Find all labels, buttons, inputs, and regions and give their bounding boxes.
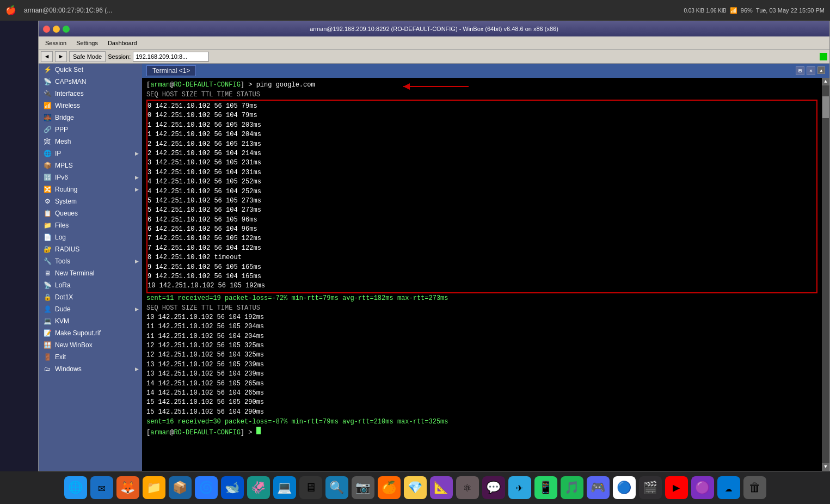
sidebar-label-mesh: Mesh bbox=[55, 138, 71, 145]
sidebar-item-dude[interactable]: 👤 Dude ▶ bbox=[39, 303, 142, 315]
sidebar-item-capsman[interactable]: 📡 CAPsMAN bbox=[39, 76, 142, 88]
dock-icon-camera[interactable]: 📷 bbox=[352, 476, 374, 499]
sidebar-label-system: System bbox=[55, 198, 77, 205]
terminal-scrollbar[interactable]: ▲ ▼ bbox=[822, 78, 829, 471]
sidebar-item-wireless[interactable]: 📶 Wireless bbox=[39, 100, 142, 112]
dock-icon-atom[interactable]: ⚛️ bbox=[456, 476, 479, 499]
dock-icon-chrome[interactable]: 🔵 bbox=[613, 476, 636, 499]
dock-icon-spotify[interactable]: 🎵 bbox=[561, 476, 583, 499]
dock-icon-vscode[interactable]: 💻 bbox=[273, 476, 296, 499]
sidebar-item-log[interactable]: 📄 Log bbox=[39, 231, 142, 243]
safe-mode-button[interactable]: Safe Mode bbox=[69, 51, 106, 62]
dock-icon-slack[interactable]: 💬 bbox=[482, 476, 505, 499]
winbox-toolbar: ◀ ▶ Safe Mode Session: bbox=[39, 50, 829, 64]
dock-icon-trash[interactable]: 🗑 bbox=[743, 476, 766, 499]
tools-arrow: ▶ bbox=[135, 259, 139, 264]
ping-row-8: 8 142.251.10.102 timeout bbox=[147, 253, 816, 262]
network-stats: 0.03 KiB 1.06 KiB bbox=[684, 8, 726, 14]
dock-icon-files[interactable]: 📁 bbox=[143, 476, 165, 499]
sidebar-item-bridge[interactable]: 🌉 Bridge bbox=[39, 112, 142, 124]
sidebar-label-makesupout: Make Supout.rif bbox=[55, 329, 101, 337]
ping-row-7a: 7 142.251.10.102 56 105 122ms bbox=[147, 234, 816, 243]
scroll-down-btn[interactable]: ▼ bbox=[822, 463, 829, 471]
sidebar-item-ppp[interactable]: 🔗 PPP bbox=[39, 124, 142, 136]
sidebar-item-ip[interactable]: 🌐 IP ▶ bbox=[39, 147, 142, 159]
sidebar-item-interfaces[interactable]: 🔌 Interfaces bbox=[39, 88, 142, 100]
scrollbar-thumb[interactable] bbox=[822, 96, 829, 118]
forward-button[interactable]: ▶ bbox=[55, 51, 67, 62]
sidebar-item-newwinbox[interactable]: 🪟 New WinBox bbox=[39, 339, 142, 351]
winbox-title: arman@192.168.209.10:8292 (RO-DEFAULT-CO… bbox=[310, 26, 558, 32]
dock-icon-browser2[interactable]: 🌀 bbox=[195, 476, 218, 499]
annotation-arrow bbox=[403, 80, 469, 93]
sidebar-item-system[interactable]: ⚙ System bbox=[39, 195, 142, 207]
content-area: Terminal <1> ⊞ ✕ ▲ [arman@RO-DEFAULT-CON… bbox=[142, 64, 829, 471]
sidebar-item-radius[interactable]: 🔐 RADIUS bbox=[39, 243, 142, 255]
dock-icon-discord[interactable]: 🎮 bbox=[587, 476, 610, 499]
dock-icon-wireshark[interactable]: 🔍 bbox=[325, 476, 348, 499]
cursor-block bbox=[256, 427, 261, 434]
dock-icon-azure[interactable]: ☁️ bbox=[717, 476, 740, 499]
col-header-1: SEQ HOST SIZE TTL TIME STATUS bbox=[146, 90, 817, 100]
back-button[interactable]: ◀ bbox=[41, 51, 53, 62]
dock-icon-virtualbox[interactable]: 📦 bbox=[169, 476, 192, 499]
dock-icon-whatsapp[interactable]: 📱 bbox=[534, 476, 557, 499]
sidebar-item-queues[interactable]: 📋 Queues bbox=[39, 207, 142, 219]
quickset-icon: ⚡ bbox=[43, 65, 52, 74]
dock-icon-youtube[interactable]: ▶️ bbox=[665, 476, 688, 499]
sidebar-item-mpls[interactable]: 📦 MPLS bbox=[39, 159, 142, 171]
minimize-dot[interactable] bbox=[53, 26, 60, 33]
dock-icon-telegram[interactable]: ✈️ bbox=[508, 476, 531, 499]
close-dot[interactable] bbox=[43, 26, 50, 33]
dock-icon-gitkraken[interactable]: 🦑 bbox=[247, 476, 270, 499]
terminal-scroll-up[interactable]: ▲ bbox=[817, 66, 825, 74]
ping-row-9a: 9 142.251.10.102 56 105 165ms bbox=[147, 263, 816, 272]
sidebar-item-quickset[interactable]: ⚡ Quick Set bbox=[39, 64, 142, 76]
ping-row-2b: 2 142.251.10.102 56 104 214ms bbox=[147, 149, 816, 158]
menu-settings[interactable]: Settings bbox=[72, 39, 102, 47]
sidebar-item-files[interactable]: 📁 Files bbox=[39, 219, 142, 231]
apple-icon: 🍎 bbox=[5, 5, 16, 16]
menu-session[interactable]: Session bbox=[41, 39, 71, 47]
sidebar-item-dot1x[interactable]: 🔒 Dot1X bbox=[39, 291, 142, 303]
routing-icon: 🔀 bbox=[43, 185, 52, 194]
sidebar-item-windows[interactable]: 🗂 Windows ▶ bbox=[39, 363, 142, 375]
dock-icon-purple[interactable]: 🟣 bbox=[691, 476, 714, 499]
sidebar-item-kvm[interactable]: 💻 KVM bbox=[39, 315, 142, 327]
sidebar-label-newwinbox: New WinBox bbox=[55, 341, 93, 349]
dock-icon-affinity[interactable]: 📐 bbox=[430, 476, 453, 499]
dock-icon-mail[interactable]: ✉️ bbox=[90, 476, 113, 499]
dock-icon-obs[interactable]: 🎬 bbox=[639, 476, 662, 499]
sidebar-label-bridge: Bridge bbox=[55, 114, 74, 121]
sidebar-item-makesupout[interactable]: 📝 Make Supout.rif bbox=[39, 327, 142, 339]
sidebar-label-windows: Windows bbox=[55, 365, 82, 373]
sidebar-item-ipv6[interactable]: 🔢 IPv6 ▶ bbox=[39, 171, 142, 183]
dock-icon-sourcetree[interactable]: 🐋 bbox=[221, 476, 244, 499]
sidebar-item-mesh[interactable]: 🕸 Mesh bbox=[39, 136, 142, 147]
dock-icon-safari[interactable]: 🌐 bbox=[64, 476, 87, 499]
lora-icon: 📡 bbox=[43, 281, 52, 290]
sidebar-item-routing[interactable]: 🔀 Routing ▶ bbox=[39, 183, 142, 195]
session-input[interactable] bbox=[133, 52, 209, 62]
dock-icon-sketch[interactable]: 💎 bbox=[404, 476, 427, 499]
mac-right-bar: 0.03 KiB 1.06 KiB 📶 96% Tue, 03 May 22 1… bbox=[684, 7, 825, 14]
sidebar-item-lora[interactable]: 📡 LoRa bbox=[39, 279, 142, 291]
ipv6-icon: 🔢 bbox=[43, 173, 52, 182]
menu-dashboard[interactable]: Dashboard bbox=[103, 39, 142, 47]
sidebar-item-newterminal[interactable]: 🖥 New Terminal bbox=[39, 267, 142, 279]
scroll-up-btn[interactable]: ▲ bbox=[822, 78, 829, 85]
ping-row-7b: 7 142.251.10.102 56 104 122ms bbox=[147, 244, 816, 253]
terminal-close-button[interactable]: ✕ bbox=[807, 66, 815, 75]
terminal-restore-button[interactable]: ⊞ bbox=[796, 66, 804, 75]
sidebar-item-tools[interactable]: 🔧 Tools ▶ bbox=[39, 255, 142, 267]
terminal-tab-1[interactable]: Terminal <1> bbox=[146, 65, 196, 76]
dock-icon-juice[interactable]: 🍊 bbox=[378, 476, 401, 499]
battery: 96% bbox=[741, 7, 753, 14]
terminal-output[interactable]: [arman@RO-DEFAULT-CONFIG] > ping google.… bbox=[142, 78, 822, 471]
dock-icon-firefox[interactable]: 🦊 bbox=[116, 476, 139, 499]
dock-icon-terminal[interactable]: 🖥 bbox=[299, 476, 322, 499]
maximize-dot[interactable] bbox=[63, 26, 70, 33]
session-label: Session: bbox=[108, 53, 131, 60]
ping-row-3b: 3 142.251.10.102 56 104 231ms bbox=[147, 168, 816, 177]
sidebar-item-exit[interactable]: 🚪 Exit bbox=[39, 351, 142, 363]
